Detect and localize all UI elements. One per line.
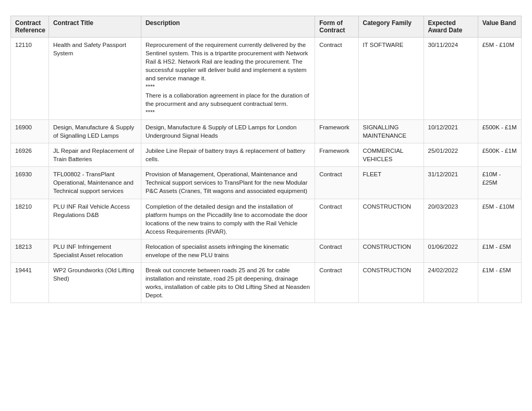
expected-award-date-header: ExpectedAward Date <box>424 16 478 38</box>
cell-title: PLU INF Rail Vehicle Access Regulations … <box>49 199 141 239</box>
cell-category: SIGNALLING MAINTENANCE <box>358 119 424 143</box>
description-header: Description <box>141 16 315 38</box>
cell-value: £1M - £5M <box>478 239 521 262</box>
cell-title: JL Repair and Replacement of Train Batte… <box>49 143 141 167</box>
cell-description: Relocation of specialist assets infringi… <box>141 239 315 262</box>
cell-value: £5M - £10M <box>478 38 521 120</box>
cell-form: Framework <box>315 143 358 167</box>
cell-form: Contract <box>315 239 358 262</box>
cell-expected: 24/02/2022 <box>424 263 478 303</box>
cell-value: £500K - £1M <box>478 143 521 167</box>
cell-ref: 16930 <box>11 167 49 199</box>
cell-title: TFL00802 - TransPlant Operational, Maint… <box>49 167 141 199</box>
cell-category: CONSTRUCTION <box>358 239 424 262</box>
cell-title: Design, Manufacture & Supply of Signalli… <box>49 119 141 143</box>
cell-value: £500K - £1M <box>478 119 521 143</box>
cell-title: PLU INF Infringement Specialist Asset re… <box>49 239 141 262</box>
cell-description: Design, Manufacture & Supply of LED Lamp… <box>141 119 315 143</box>
cell-description: Break out concrete between roads 25 and … <box>141 263 315 303</box>
cell-ref: 16926 <box>11 143 49 167</box>
table-row: 18210 PLU INF Rail Vehicle Access Regula… <box>11 199 522 239</box>
contract-ref-header: ContractReference <box>11 16 49 38</box>
cell-expected: 20/03/2023 <box>424 199 478 239</box>
cell-form: Contract <box>315 38 358 120</box>
cell-title: Health and Safety Passport System <box>49 38 141 120</box>
value-band-header: Value Band <box>478 16 521 38</box>
contract-title-header: Contract Title <box>49 16 141 38</box>
cell-description: Reprocurement of the requirement current… <box>141 38 315 120</box>
cell-expected: 30/11/2024 <box>424 38 478 120</box>
table-row: 16930 TFL00802 - TransPlant Operational,… <box>11 167 522 199</box>
cell-category: IT SOFTWARE <box>358 38 424 120</box>
cell-category: FLEET <box>358 167 424 199</box>
cell-value: £1M - £5M <box>478 263 521 303</box>
table-row: 18213 PLU INF Infringement Specialist As… <box>11 239 522 262</box>
cell-expected: 31/12/2021 <box>424 167 478 199</box>
cell-description: Provision of Management, Operational, Ma… <box>141 167 315 199</box>
cell-category: CONSTRUCTION <box>358 263 424 303</box>
cell-ref: 19441 <box>11 263 49 303</box>
cell-ref: 18210 <box>11 199 49 239</box>
cell-form: Framework <box>315 119 358 143</box>
cell-description: Jubilee Line Repair of battery trays & r… <box>141 143 315 167</box>
cell-expected: 10/12/2021 <box>424 119 478 143</box>
cell-expected: 25/01/2022 <box>424 143 478 167</box>
cell-ref: 12110 <box>11 38 49 120</box>
table-row: 12110 Health and Safety Passport System … <box>11 38 522 120</box>
table-row: 19441 WP2 Groundworks (Old Lifting Shed)… <box>11 263 522 303</box>
form-of-contract-header: Form ofContract <box>315 16 358 38</box>
cell-title: WP2 Groundworks (Old Lifting Shed) <box>49 263 141 303</box>
cell-category: COMMERCIAL VEHICLES <box>358 143 424 167</box>
cell-ref: 16900 <box>11 119 49 143</box>
category-family-header: Category Family <box>358 16 424 38</box>
cell-form: Contract <box>315 167 358 199</box>
cell-expected: 01/06/2022 <box>424 239 478 262</box>
cell-form: Contract <box>315 263 358 303</box>
cell-value: £10M - £25M <box>478 167 521 199</box>
cell-value: £5M - £10M <box>478 199 521 239</box>
cell-description: Completion of the detailed design and th… <box>141 199 315 239</box>
contracts-table: ContractReference Contract Title Descrip… <box>10 16 522 303</box>
cell-ref: 18213 <box>11 239 49 262</box>
table-row: 16900 Design, Manufacture & Supply of Si… <box>11 119 522 143</box>
cell-category: CONSTRUCTION <box>358 199 424 239</box>
table-row: 16926 JL Repair and Replacement of Train… <box>11 143 522 167</box>
cell-form: Contract <box>315 199 358 239</box>
